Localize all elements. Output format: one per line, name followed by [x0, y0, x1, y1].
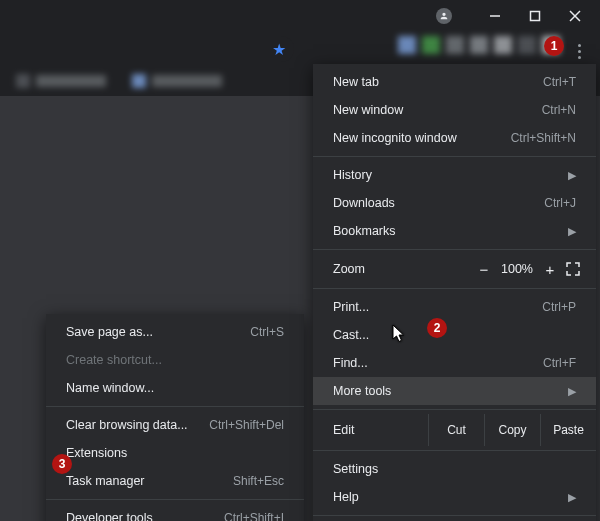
menu-item-downloads[interactable]: Downloads Ctrl+J	[313, 189, 596, 217]
bookmark-item[interactable]	[16, 74, 106, 88]
chevron-right-icon: ▶	[560, 385, 576, 398]
menu-item-print[interactable]: Print... Ctrl+P	[313, 293, 596, 321]
zoom-out-button[interactable]: −	[472, 261, 496, 278]
edit-copy-button[interactable]: Copy	[484, 414, 540, 446]
mouse-cursor-icon	[392, 324, 406, 347]
menu-item-new-incognito[interactable]: New incognito window Ctrl+Shift+N	[313, 124, 596, 152]
chevron-right-icon: ▶	[560, 491, 576, 504]
menu-item-bookmarks[interactable]: Bookmarks ▶	[313, 217, 596, 245]
extension-icon[interactable]	[398, 36, 416, 54]
profile-avatar[interactable]	[436, 8, 452, 24]
menu-item-history[interactable]: History ▶	[313, 161, 596, 189]
submenu-item-extensions[interactable]: Extensions	[46, 439, 304, 467]
extensions-row	[398, 36, 560, 54]
menu-item-cast[interactable]: Cast...	[313, 321, 596, 349]
menu-item-settings[interactable]: Settings	[313, 455, 596, 483]
submenu-item-create-shortcut: Create shortcut...	[46, 346, 304, 374]
menu-item-new-tab[interactable]: New tab Ctrl+T	[313, 68, 596, 96]
zoom-in-button[interactable]: +	[538, 261, 562, 278]
edit-cut-button[interactable]: Cut	[428, 414, 484, 446]
annotation-badge-1: 1	[544, 36, 564, 56]
chevron-right-icon: ▶	[560, 225, 576, 238]
extension-icon[interactable]	[518, 36, 536, 54]
submenu-item-save-page[interactable]: Save page as... Ctrl+S	[46, 318, 304, 346]
more-tools-submenu: Save page as... Ctrl+S Create shortcut..…	[46, 314, 304, 521]
minimize-button[interactable]	[488, 9, 502, 23]
extension-icon[interactable]	[446, 36, 464, 54]
bookmark-item[interactable]	[132, 74, 222, 88]
submenu-item-name-window[interactable]: Name window...	[46, 374, 304, 402]
submenu-item-task-manager[interactable]: Task manager Shift+Esc	[46, 467, 304, 495]
menu-item-zoom: Zoom − 100% +	[313, 254, 596, 284]
chrome-menu-button[interactable]	[568, 40, 590, 62]
menu-item-find[interactable]: Find... Ctrl+F	[313, 349, 596, 377]
menu-item-help[interactable]: Help ▶	[313, 483, 596, 511]
bookmark-star-icon[interactable]: ★	[272, 40, 286, 59]
chevron-right-icon: ▶	[560, 169, 576, 182]
svg-rect-1	[531, 12, 540, 21]
chrome-main-menu: New tab Ctrl+T New window Ctrl+N New inc…	[313, 64, 596, 521]
extension-icon[interactable]	[494, 36, 512, 54]
submenu-item-developer-tools[interactable]: Developer tools Ctrl+Shift+I	[46, 504, 304, 521]
maximize-button[interactable]	[528, 9, 542, 23]
fullscreen-button[interactable]	[562, 262, 584, 276]
annotation-badge-3: 3	[52, 454, 72, 474]
close-button[interactable]	[568, 9, 582, 23]
menu-item-edit: Edit Cut Copy Paste	[313, 414, 596, 446]
address-bar[interactable]: ★	[0, 36, 294, 62]
annotation-badge-2: 2	[427, 318, 447, 338]
extension-icon[interactable]	[470, 36, 488, 54]
menu-item-more-tools[interactable]: More tools ▶	[313, 377, 596, 405]
edit-paste-button[interactable]: Paste	[540, 414, 596, 446]
extension-icon[interactable]	[422, 36, 440, 54]
zoom-level: 100%	[496, 262, 538, 276]
submenu-item-clear-data[interactable]: Clear browsing data... Ctrl+Shift+Del	[46, 411, 304, 439]
menu-item-new-window[interactable]: New window Ctrl+N	[313, 96, 596, 124]
